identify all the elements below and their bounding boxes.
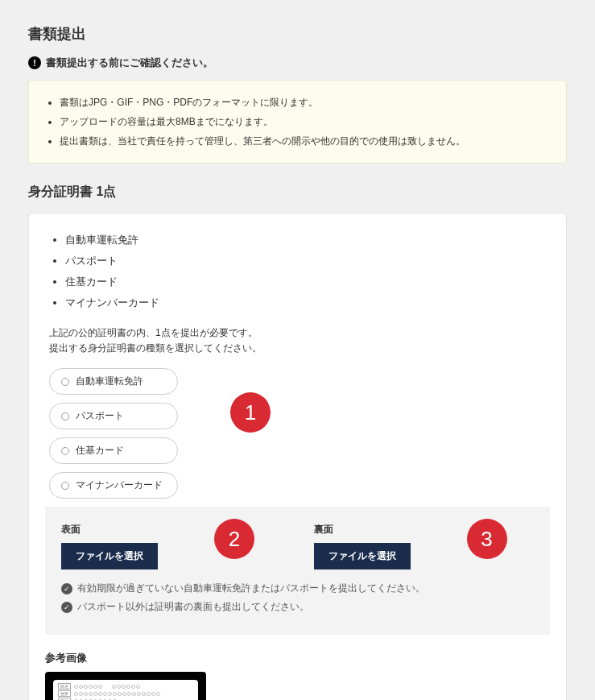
warning-text: 書類提出する前にご確認ください。 <box>46 56 213 70</box>
file-select-back-button[interactable]: ファイルを選択 <box>314 543 411 570</box>
check-note: ✓ 有効期限が過ぎていない自動車運転免許またはパスポートを提出してください。 <box>61 582 534 595</box>
check-icon: ✓ <box>61 583 72 594</box>
radio-label: パスポート <box>76 409 124 423</box>
step-badge-2: 2 <box>214 519 254 559</box>
instruction-line: 上記の公的証明書の内、1点を提出が必要です。 <box>49 325 550 341</box>
reference-image: 氏名 住所 交付 年 月 日まで有効 <box>45 672 206 700</box>
doc-type-item: マイナンバーカード <box>65 292 550 313</box>
radio-label: 自動車運転免許 <box>76 375 143 388</box>
check-note-text: パスポート以外は証明書の裏面も提出してください。 <box>77 600 309 614</box>
step-badge-3: 3 <box>467 519 507 559</box>
info-note: 書類はJPG・GIF・PNG・PDFのフォーマットに限ります。 <box>60 93 550 112</box>
check-note: ✓ パスポート以外は証明書の裏面も提出してください。 <box>61 600 534 614</box>
radio-icon <box>61 482 69 490</box>
info-icon: ! <box>28 56 41 69</box>
section-title: 身分証明書 1点 <box>28 184 567 201</box>
radio-option-mynumber[interactable]: マイナンバーカード <box>49 472 178 499</box>
radio-label: 住基カード <box>76 444 124 458</box>
id-card-panel: 自動車運転免許 パスポート 住基カード マイナンバーカード 上記の公的証明書の内… <box>28 213 567 700</box>
instruction-line: 提出する身分証明書の種類を選択してください。 <box>49 341 550 356</box>
check-note-text: 有効期限が過ぎていない自動車運転免許またはパスポートを提出してください。 <box>77 582 425 595</box>
doc-type-item: 住基カード <box>65 271 550 292</box>
doc-type-item: パスポート <box>65 251 550 271</box>
info-note: アップロードの容量は最大8MBまでになります。 <box>60 112 550 131</box>
warning-row: ! 書類提出する前にご確認ください。 <box>28 56 567 70</box>
page-title: 書類提出 <box>28 24 567 43</box>
info-box: 書類はJPG・GIF・PNG・PDFのフォーマットに限ります。 アップロードの容… <box>28 80 567 164</box>
upload-front: 表面 ファイルを選択 2 <box>61 523 282 570</box>
info-note: 提出書類は、当社で責任を持って管理し、第三者への開示や他の目的での使用は致しませ… <box>60 131 550 151</box>
lic-address-label: 住所 <box>58 690 71 697</box>
step-badge-1: 1 <box>230 392 271 433</box>
upload-area: 表面 ファイルを選択 2 裏面 ファイルを選択 3 ✓ 有効期限が過ぎていない自… <box>45 507 550 635</box>
file-select-front-button[interactable]: ファイルを選択 <box>61 543 158 570</box>
check-icon: ✓ <box>61 602 72 613</box>
radio-label: マイナンバーカード <box>76 478 163 492</box>
radio-icon <box>61 447 69 455</box>
lic-name-label: 氏名 <box>58 683 71 690</box>
radio-option-juki-card[interactable]: 住基カード <box>49 437 178 464</box>
instruction-text: 上記の公的証明書の内、1点を提出が必要です。 提出する身分証明書の種類を選択して… <box>45 325 550 356</box>
reference-title: 参考画像 <box>45 651 550 665</box>
doc-type-item: 自動車運転免許 <box>65 230 550 251</box>
radio-option-passport[interactable]: パスポート <box>49 403 178 429</box>
upload-back: 裏面 ファイルを選択 3 <box>314 523 535 570</box>
radio-group: 自動車運転免許 パスポート 住基カード マイナンバーカード 1 <box>45 368 550 499</box>
radio-icon <box>61 378 69 386</box>
radio-icon <box>61 412 69 420</box>
radio-option-drivers-license[interactable]: 自動車運転免許 <box>49 368 178 395</box>
